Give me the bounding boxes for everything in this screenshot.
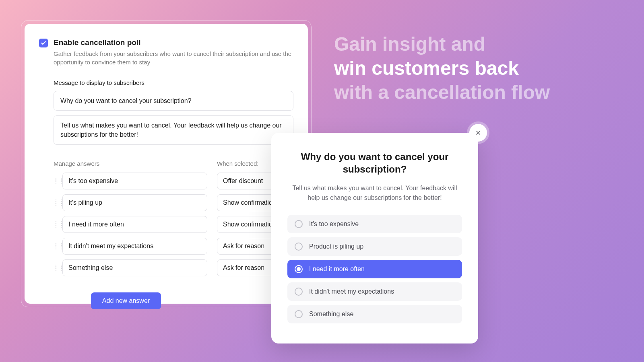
answer-text-input[interactable]: Something else bbox=[62, 259, 207, 276]
poll-title: Why do you want to cancel your subscript… bbox=[287, 150, 462, 175]
drag-handle-icon[interactable]: ⋮⋮⋮⋮ bbox=[54, 201, 59, 205]
manage-answers-header: Manage answers bbox=[54, 160, 207, 167]
cancellation-poll-modal: Why do you want to cancel your subscript… bbox=[271, 133, 478, 343]
hero-headline: Gain insight and win customers back with… bbox=[334, 32, 620, 105]
check-icon bbox=[41, 40, 46, 46]
poll-option-label: I need it more often bbox=[309, 265, 365, 273]
settings-card: Enable cancellation poll Gather feedback… bbox=[25, 24, 308, 304]
radio-icon bbox=[295, 288, 303, 296]
answer-text-input[interactable]: It's piling up bbox=[62, 194, 207, 211]
poll-description: Tell us what makes you want to cancel. Y… bbox=[287, 183, 462, 203]
poll-option[interactable]: Something else bbox=[287, 305, 462, 323]
radio-icon bbox=[295, 265, 303, 273]
settings-card-frame: Enable cancellation poll Gather feedback… bbox=[21, 20, 312, 307]
hero-line-3: with a cancellation flow bbox=[334, 82, 550, 103]
message-field-label: Message to display to subscribers bbox=[54, 79, 293, 86]
hero-line-1: Gain insight and bbox=[334, 33, 485, 55]
close-button[interactable] bbox=[469, 124, 487, 142]
poll-option-label: It's too expensive bbox=[309, 220, 359, 228]
answer-row: ⋮⋮⋮⋮I need it more often bbox=[54, 216, 207, 233]
hero-line-2: win customers back bbox=[334, 58, 519, 79]
drag-handle-icon[interactable]: ⋮⋮⋮⋮ bbox=[54, 266, 59, 270]
drag-handle-icon[interactable]: ⋮⋮⋮⋮ bbox=[54, 222, 59, 226]
poll-option-label: It didn't meet my expectations bbox=[309, 288, 394, 295]
answer-text-input[interactable]: I need it more often bbox=[62, 216, 207, 233]
drag-handle-icon[interactable]: ⋮⋮⋮⋮ bbox=[54, 179, 59, 183]
enable-poll-checkbox[interactable] bbox=[39, 39, 48, 47]
add-answer-button[interactable]: Add new answer bbox=[91, 292, 161, 309]
poll-option[interactable]: Product is piling up bbox=[287, 237, 462, 256]
answer-text-input[interactable]: It didn't meet my expectations bbox=[62, 238, 207, 255]
close-icon bbox=[475, 130, 481, 136]
poll-option[interactable]: It's too expensive bbox=[287, 215, 462, 233]
radio-icon bbox=[295, 310, 303, 318]
radio-icon bbox=[295, 220, 303, 228]
radio-icon bbox=[295, 243, 303, 251]
answer-row: ⋮⋮⋮⋮Something else bbox=[54, 259, 207, 276]
enable-poll-label: Enable cancellation poll bbox=[54, 38, 293, 47]
message-title-input[interactable]: Why do you want to cancel your subscript… bbox=[54, 91, 293, 111]
answer-row: ⋮⋮⋮⋮It's piling up bbox=[54, 194, 207, 211]
drag-handle-icon[interactable]: ⋮⋮⋮⋮ bbox=[54, 244, 59, 248]
answer-row: ⋮⋮⋮⋮It didn't meet my expectations bbox=[54, 238, 207, 255]
answer-text-input[interactable]: It's too expensive bbox=[62, 173, 207, 189]
answer-row: ⋮⋮⋮⋮It's too expensive bbox=[54, 173, 207, 189]
poll-option-label: Something else bbox=[309, 311, 353, 318]
poll-option[interactable]: I need it more often bbox=[287, 260, 462, 278]
message-body-input[interactable]: Tell us what makes you want to cancel. Y… bbox=[54, 115, 293, 144]
enable-poll-row: Enable cancellation poll Gather feedback… bbox=[39, 38, 293, 66]
poll-option-label: Product is piling up bbox=[309, 243, 363, 250]
enable-poll-description: Gather feedback from your subscribers wh… bbox=[54, 49, 293, 66]
poll-option[interactable]: It didn't meet my expectations bbox=[287, 282, 462, 301]
